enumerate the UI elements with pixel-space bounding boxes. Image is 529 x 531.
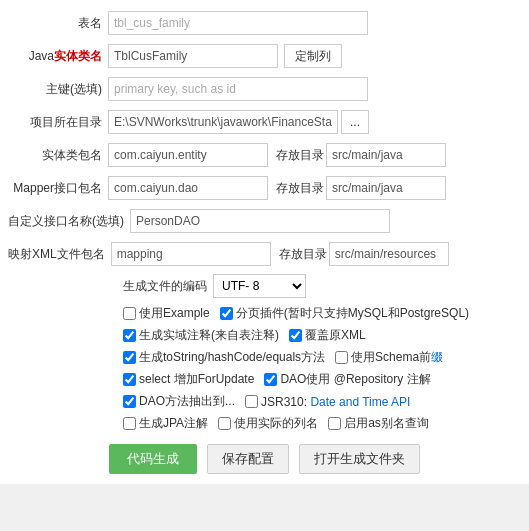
primary-key-label: 主键(选填): [8, 81, 108, 98]
cb-example-label: 使用Example: [139, 305, 210, 322]
cb-jpa-item[interactable]: 生成JPA注解: [123, 415, 208, 432]
project-dir-row: 项目所在目录 ...: [8, 109, 521, 135]
entity-pkg-sublabel: 存放目录: [276, 147, 326, 164]
mapper-pkg-label: Mapper接口包名: [8, 180, 108, 197]
cb-page-plugin-item[interactable]: 分页插件(暂时只支持MySQL和PostgreSQL): [220, 305, 469, 322]
cb-jpa[interactable]: [123, 417, 136, 430]
cb-actual-cols[interactable]: [218, 417, 231, 430]
cb-select-update[interactable]: [123, 373, 136, 386]
mapper-pkg-row: Mapper接口包名 存放目录: [8, 175, 521, 201]
cb-as-alias-item[interactable]: 启用as别名查询: [328, 415, 429, 432]
generate-btn[interactable]: 代码生成: [109, 444, 197, 474]
cb-tostring[interactable]: [123, 351, 136, 364]
mapper-pkg-input[interactable]: [108, 176, 268, 200]
encoding-label: 生成文件的编码: [123, 278, 207, 295]
primary-key-input[interactable]: [108, 77, 368, 101]
java-entity-label: Java实体类名: [8, 48, 108, 65]
mapping-xml-sublabel: 存放目录: [279, 246, 329, 263]
cb-jpa-label: 生成JPA注解: [139, 415, 208, 432]
cb-domain-comment-label: 生成实域注释(来自表注释): [139, 327, 279, 344]
cb-as-alias-label: 启用as别名查询: [344, 415, 429, 432]
custom-interface-input[interactable]: [130, 209, 390, 233]
java-entity-label-prefix: Java: [29, 49, 54, 63]
table-name-row: 表名: [8, 10, 521, 36]
cb-select-update-item[interactable]: select 增加ForUpdate: [123, 371, 254, 388]
cb-tostring-label: 生成toString/hashCode/equals方法: [139, 349, 325, 366]
cb-example-item[interactable]: 使用Example: [123, 305, 210, 322]
cb-row-5: DAO方法抽出到... JSR310: Date and Time API: [123, 393, 521, 410]
custom-interface-label: 自定义接口名称(选填): [8, 213, 130, 230]
cb-cover-xml[interactable]: [289, 329, 302, 342]
entity-pkg-input[interactable]: [108, 143, 268, 167]
open-folder-btn[interactable]: 打开生成文件夹: [299, 444, 420, 474]
project-dir-input[interactable]: [108, 110, 338, 134]
entity-pkg-label: 实体类包名: [8, 147, 108, 164]
cb-domain-comment-item[interactable]: 生成实域注释(来自表注释): [123, 327, 279, 344]
encoding-row: 生成文件的编码 UTF- 8 GBK ISO-8859-1: [8, 274, 521, 298]
cb-row-6: 生成JPA注解 使用实际的列名 启用as别名查询: [123, 415, 521, 432]
mapper-pkg-sublabel: 存放目录: [276, 180, 326, 197]
mapping-xml-row: 映射XML文件包名 存放目录: [8, 241, 521, 267]
cb-cover-xml-label: 覆盖原XML: [305, 327, 366, 344]
mapping-xml-input[interactable]: [111, 242, 271, 266]
cb-actual-cols-label: 使用实际的列名: [234, 415, 318, 432]
cb-row-3: 生成toString/hashCode/equals方法 使用Schema前缀: [123, 349, 521, 366]
entity-pkg-row: 实体类包名 存放目录: [8, 142, 521, 168]
cb-page-plugin[interactable]: [220, 307, 233, 320]
cb-schema-item[interactable]: 使用Schema前缀: [335, 349, 443, 366]
cb-row-4: select 增加ForUpdate DAO使用 @Repository 注解: [123, 371, 521, 388]
java-entity-input[interactable]: [108, 44, 278, 68]
cb-row-1: 使用Example 分页插件(暂时只支持MySQL和PostgreSQL): [123, 305, 521, 322]
java-entity-row: Java实体类名 定制列: [8, 43, 521, 69]
custom-interface-row: 自定义接口名称(选填): [8, 208, 521, 234]
table-name-label: 表名: [8, 15, 108, 32]
cb-page-plugin-label: 分页插件(暂时只支持MySQL和PostgreSQL): [236, 305, 469, 322]
jsr310-link[interactable]: Date and Time API: [310, 395, 410, 409]
cb-dao-repo-label: DAO使用 @Repository 注解: [280, 371, 430, 388]
project-dir-label: 项目所在目录: [8, 114, 108, 131]
cb-example[interactable]: [123, 307, 136, 320]
cb-dao-repo[interactable]: [264, 373, 277, 386]
cb-jsr310-item[interactable]: JSR310: Date and Time API: [245, 395, 410, 409]
cb-schema-label: 使用Schema前缀: [351, 349, 443, 366]
cb-cover-xml-item[interactable]: 覆盖原XML: [289, 327, 366, 344]
java-entity-label-highlight: 实体类名: [54, 49, 102, 63]
table-name-input[interactable]: [108, 11, 368, 35]
cb-dao-method-item[interactable]: DAO方法抽出到...: [123, 393, 235, 410]
cb-dao-method-label: DAO方法抽出到...: [139, 393, 235, 410]
customize-btn[interactable]: 定制列: [284, 44, 342, 68]
encoding-select[interactable]: UTF- 8 GBK ISO-8859-1: [213, 274, 306, 298]
button-row: 代码生成 保存配置 打开生成文件夹: [8, 440, 521, 474]
main-container: 表名 Java实体类名 定制列 主键(选填) 项目所在目录 ... 实体类包名 …: [0, 0, 529, 484]
browse-button[interactable]: ...: [341, 110, 369, 134]
cb-jsr310[interactable]: [245, 395, 258, 408]
cb-schema[interactable]: [335, 351, 348, 364]
cb-actual-cols-item[interactable]: 使用实际的列名: [218, 415, 318, 432]
cb-dao-method[interactable]: [123, 395, 136, 408]
mapper-pkg-dir-input[interactable]: [326, 176, 446, 200]
primary-key-row: 主键(选填): [8, 76, 521, 102]
mapping-xml-dir-input[interactable]: [329, 242, 449, 266]
entity-pkg-dir-input[interactable]: [326, 143, 446, 167]
mapping-xml-label: 映射XML文件包名: [8, 246, 111, 263]
cb-jsr310-label: JSR310: Date and Time API: [261, 395, 410, 409]
checkboxes-area: 使用Example 分页插件(暂时只支持MySQL和PostgreSQL) 生成…: [8, 305, 521, 432]
save-config-btn[interactable]: 保存配置: [207, 444, 289, 474]
cb-select-update-label: select 增加ForUpdate: [139, 371, 254, 388]
cb-tostring-item[interactable]: 生成toString/hashCode/equals方法: [123, 349, 325, 366]
cb-dao-repo-item[interactable]: DAO使用 @Repository 注解: [264, 371, 430, 388]
cb-domain-comment[interactable]: [123, 329, 136, 342]
cb-as-alias[interactable]: [328, 417, 341, 430]
cb-row-2: 生成实域注释(来自表注释) 覆盖原XML: [123, 327, 521, 344]
